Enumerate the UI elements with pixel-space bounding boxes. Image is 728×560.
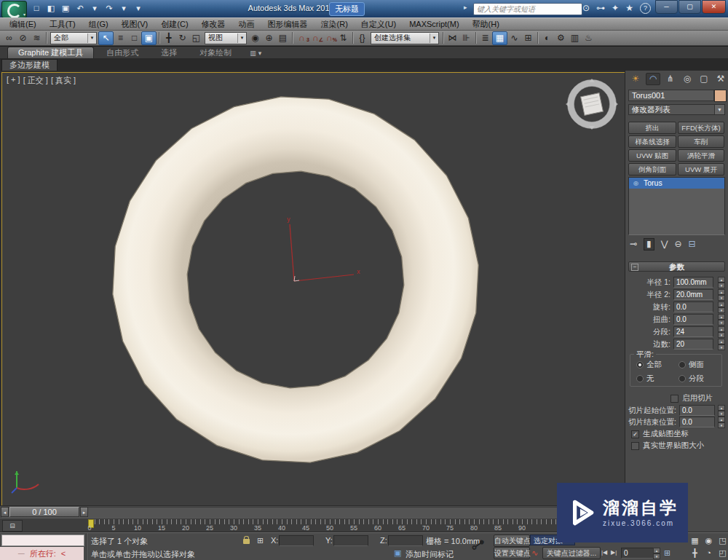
transform-z-field[interactable] [388, 535, 423, 546]
menu-customize[interactable]: 自定义(U) [355, 18, 403, 30]
param-spinner-radius2[interactable]: ▴▾ [718, 289, 725, 300]
spinner-up-icon[interactable]: ▴ [718, 301, 725, 307]
new-file-icon[interactable]: □ [31, 2, 42, 15]
menu-tools[interactable]: 工具(T) [43, 18, 82, 30]
panel-tab-modify[interactable]: ◠ [646, 73, 660, 85]
param-field-radius1[interactable]: 100.0mm [673, 277, 713, 288]
maximize-viewport-toggle-icon[interactable]: ◰ [717, 548, 728, 559]
zoom-extents-all-icon[interactable]: ◉ [703, 535, 714, 546]
application-menu-button[interactable]: ▾ [1, 1, 27, 18]
spinner-up-icon[interactable]: ▴ [718, 339, 725, 344]
play-animation-icon[interactable]: ▶| [611, 549, 617, 556]
menu-create[interactable]: 创建(C) [154, 18, 194, 30]
slice-spinner-slice-from[interactable]: ▴▾ [718, 405, 725, 416]
spinner-up-icon[interactable]: ▴ [718, 277, 725, 283]
modifier-button-lathe[interactable]: 车削 [678, 135, 724, 148]
modifier-button-unwrap-uvw[interactable]: UVW 展开 [678, 163, 724, 176]
maxscript-mini-listener[interactable] [1, 535, 84, 546]
edit-named-selection-sets-icon[interactable]: {} [355, 31, 369, 45]
radio-dot-all[interactable] [636, 361, 644, 368]
select-and-manipulate-icon[interactable]: ⊕ [262, 31, 276, 45]
percent-snap-toggle-icon[interactable]: ∩% [323, 31, 336, 45]
next-frame-arrow[interactable]: ▸ [80, 507, 88, 517]
object-color-swatch[interactable] [714, 90, 727, 102]
spinner-up-icon[interactable]: ▴ [653, 548, 660, 553]
select-by-name-icon[interactable]: ≡ [114, 31, 127, 45]
spinner-up-icon[interactable]: ▴ [718, 417, 725, 422]
radio-dot-segments[interactable] [678, 375, 686, 382]
graphite-ribbon-toggle-icon[interactable]: ▦ [492, 31, 507, 45]
help-icon[interactable]: ? [640, 3, 651, 14]
render-setup-icon[interactable]: ⚙ [554, 31, 568, 45]
menu-help[interactable]: 帮助(H) [466, 18, 506, 30]
schematic-view-icon[interactable]: ⊞ [521, 31, 535, 45]
mini-curve-editor-icon[interactable]: ⊟ [2, 520, 23, 532]
viewport-menu-general[interactable]: [ + ] [7, 75, 20, 86]
param-field-rotation[interactable]: 0.0 [673, 301, 713, 312]
add-time-tag[interactable]: 添加时间标记 [405, 549, 454, 560]
manage-layers-icon[interactable]: ≣ [478, 31, 492, 45]
maximize-button[interactable]: ▢ [678, 0, 701, 14]
transform-x-field[interactable] [279, 535, 314, 546]
select-and-move-icon[interactable]: ╋ [162, 31, 175, 45]
pan-view-icon[interactable]: ╋ [689, 548, 700, 559]
param-spinner-rotation[interactable]: ▴▾ [718, 301, 725, 312]
radio-all[interactable]: 全部 [636, 360, 678, 370]
modifier-button-bevel-profile[interactable]: 倒角剖面 [628, 163, 676, 176]
communication-center-icon[interactable]: ✦ [612, 3, 619, 14]
key-filter-curve-icon[interactable]: ∿ [531, 548, 538, 558]
parameters-rollout-header[interactable]: − 参数 [628, 261, 725, 272]
spinner-down-icon[interactable]: ▾ [718, 283, 725, 288]
pin-stack-icon[interactable]: ⊸ [630, 239, 637, 250]
slice-field-slice-to[interactable]: 0.0 [679, 417, 715, 427]
slice-field-slice-from[interactable]: 0.0 [679, 405, 715, 416]
favorites-icon[interactable]: ★ [625, 3, 633, 14]
key-filters-button[interactable]: 关键点过滤器... [542, 547, 601, 559]
chevron-down-icon[interactable]: ▼ [237, 33, 246, 43]
panel-tab-display[interactable]: ▢ [697, 73, 711, 85]
show-end-result-icon[interactable]: ▮ [644, 238, 654, 251]
select-and-rotate-icon[interactable]: ↻ [175, 31, 189, 45]
unlink-selection-icon[interactable]: ⊘ [16, 31, 30, 45]
panel-tab-utilities[interactable]: ⚒ [714, 73, 727, 85]
radio-segments[interactable]: 分段 [678, 374, 721, 384]
curve-editor-icon[interactable]: ∿ [507, 31, 521, 45]
panel-tab-hierarchy[interactable]: ⋔ [664, 73, 677, 85]
angle-snap-toggle-icon[interactable]: ∩∠ [309, 31, 323, 45]
listener-expand-arrow[interactable]: < [61, 549, 66, 558]
mirror-icon[interactable]: ⋈ [446, 31, 459, 45]
radio-dot-none[interactable] [636, 375, 644, 382]
track-bar[interactable]: ⊟ 051015202530354045505560657075808590 [0, 518, 625, 532]
named-selection-sets-dropdown[interactable]: 创建选择集▼ [371, 32, 439, 44]
maxscript-listener-line[interactable]: — 所在行: < [0, 547, 84, 560]
search-history-icon[interactable]: ▸ [464, 4, 467, 11]
redo-menu-icon[interactable]: ▾ [118, 2, 130, 15]
spinner-down-icon[interactable]: ▾ [718, 307, 725, 313]
modifier-stack[interactable]: ◎Torus [628, 177, 725, 235]
menu-edit[interactable]: 编辑(E) [3, 18, 43, 30]
select-and-link-icon[interactable]: ∞ [2, 31, 16, 45]
generate-mapping-coords-checkbox[interactable]: ✓ [631, 430, 639, 438]
param-field-sides[interactable]: 20 [673, 339, 713, 350]
go-to-start-icon[interactable]: |◀ [601, 549, 607, 556]
absolute-mode-icon[interactable]: ⊞ [257, 536, 264, 545]
minimize-button[interactable]: ─ [655, 0, 678, 14]
infocenter-search-input[interactable] [473, 3, 582, 15]
spinner-down-icon[interactable]: ▾ [718, 422, 725, 428]
radio-sides[interactable]: 侧面 [678, 360, 721, 370]
undo-icon[interactable]: ↶ [74, 2, 86, 15]
collapse-icon[interactable]: − [631, 264, 638, 271]
torus-object[interactable] [113, 97, 478, 462]
snaps-toggle-icon[interactable]: ∩3 [295, 31, 309, 45]
zoom-extents-selected-icon[interactable]: ▦ [689, 535, 700, 546]
viewport[interactable]: y x [ + ] [ 正交 ] [ 真实 ] [1, 72, 625, 506]
slice-spinner-slice-to[interactable]: ▴▾ [718, 417, 725, 427]
viewport-menu-shading[interactable]: [ 真实 ] [51, 75, 76, 86]
undo-menu-icon[interactable]: ▾ [89, 2, 100, 15]
redo-icon[interactable]: ↷ [103, 2, 115, 15]
render-production-icon[interactable]: ♨ [582, 31, 596, 45]
menu-maxscript[interactable]: MAXScript(M) [403, 18, 465, 30]
chevron-down-icon[interactable]: ▼ [714, 105, 724, 114]
key-mode-toggle-icon[interactable]: ⊞ [664, 548, 670, 558]
spinner-down-icon[interactable]: ▾ [653, 553, 660, 559]
